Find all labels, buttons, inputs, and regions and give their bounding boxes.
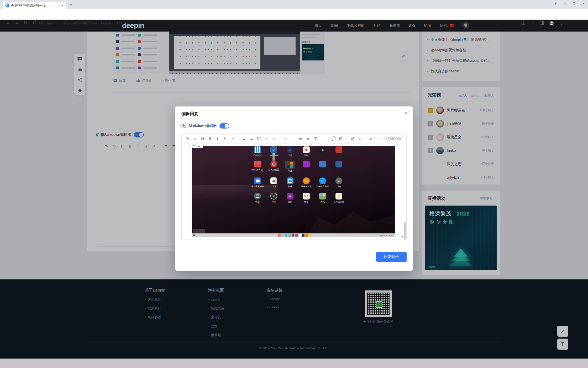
collapse-icon[interactable]: ∧ <box>193 144 195 147</box>
ordered-list-icon[interactable]: ≡ <box>249 136 254 142</box>
tab-close-icon[interactable]: × <box>61 3 64 7</box>
back-icon[interactable]: ← <box>6 21 10 25</box>
launcher-app: 俄罗斯方块 <box>249 161 266 177</box>
edit-reply-modal: 编辑回复 × 使用Markdown编辑器 ✎ ☺ H B I S ∞ ≡ ≡ ☑… <box>175 106 413 271</box>
editor-toolbar: ✎ ☺ H B I S ∞ ≡ ≡ ☑ ≪ ≫ ▷ — </> <> ⊤ ⊥ <box>182 134 406 144</box>
reload-icon[interactable]: ↻ <box>24 21 27 25</box>
launcher-app <box>314 146 331 161</box>
toolbar-separator <box>366 137 366 141</box>
embedded-screenshot: 产品演示 待办事项 导览 地图 俄罗斯方块 防火墙配置 工具 启动应用程序 日 <box>192 146 395 237</box>
upload-icon[interactable]: ↑ <box>332 136 336 141</box>
modal-title: 编辑回复 <box>181 111 198 117</box>
launcher-app <box>331 161 347 177</box>
edit-mode-icon[interactable]: ✎ <box>185 136 190 142</box>
browser-tab-strip: 再谈deepin桌面风格—论 × + ∨ − □ × <box>0 0 588 9</box>
indent-icon[interactable]: ≫ <box>271 136 277 142</box>
tab-title: 再谈deepin桌面风格—论 <box>11 3 60 8</box>
os-taskbar <box>0 359 588 368</box>
launcher-app <box>298 161 314 177</box>
tab-search-icon[interactable]: ∨ <box>554 1 557 5</box>
tab-favicon <box>5 3 9 7</box>
side-panel-icon[interactable] <box>540 21 544 25</box>
undo-icon[interactable]: ↺ <box>350 136 355 142</box>
browser-tab[interactable]: 再谈deepin桌面风格—论 × <box>3 2 66 9</box>
launcher-app: 启动应用程序 <box>249 177 266 193</box>
launcher-app: 防火墙配置 <box>266 161 282 177</box>
launcher-app: 视频 <box>282 193 298 209</box>
launcher-app: 文本编辑器 <box>331 193 347 209</box>
align-top-icon[interactable]: ⊤ <box>313 136 318 142</box>
emoji-icon[interactable]: ☺ <box>192 136 198 142</box>
address-bar-actions: ☆ ⋮ <box>521 21 563 25</box>
launcher-app: 时钟 <box>266 193 282 209</box>
submit-reply-button[interactable]: 回复帖子 <box>376 252 407 262</box>
profile-avatar-icon[interactable] <box>549 21 554 25</box>
launcher-app: 软件更新器 <box>298 177 314 193</box>
launcher-app: 天气 <box>314 193 331 209</box>
heading-icon[interactable]: H <box>200 136 205 142</box>
launcher-app: 产品演示 <box>249 146 266 161</box>
screenshot-taskbar: 3月30日 20:42 <box>192 233 395 237</box>
quote-icon[interactable]: ▷ <box>283 136 288 142</box>
table-icon[interactable]: ⊞ <box>338 136 343 142</box>
minimize-icon[interactable]: − <box>564 1 566 5</box>
toolbar-separator <box>280 137 280 141</box>
launcher-app: 数独 <box>298 193 314 209</box>
align-bottom-icon[interactable]: ⊥ <box>320 136 326 142</box>
launcher-app: 设置 <box>249 193 266 209</box>
close-window-icon[interactable]: × <box>582 1 584 5</box>
delete-image-icon[interactable] <box>198 144 200 147</box>
italic-icon[interactable]: I <box>215 136 220 142</box>
launcher-app: 地图 <box>298 146 314 161</box>
bookmark-star-icon[interactable]: ☆ <box>531 21 534 25</box>
launcher-app-folder: 工具 <box>282 161 298 177</box>
markdown-editor[interactable]: ✎ ☺ H B I S ∞ ≡ ≡ ☑ ≪ ≫ ▷ — </> <> ⊤ ⊥ <box>181 134 407 239</box>
url-field[interactable]: bbs.deepin.org/zh/post/254391?offset=1&p… <box>39 21 130 25</box>
launcher-app-grid: 产品演示 待办事项 导览 地图 俄罗斯方块 防火墙配置 工具 启动应用程序 日 <box>249 146 349 209</box>
markdown-toggle[interactable] <box>219 123 229 129</box>
hr-icon[interactable]: — <box>290 136 296 142</box>
markdown-toggle-label: 使用Markdown编辑器 <box>181 124 217 128</box>
modal-close-icon[interactable]: × <box>405 110 408 116</box>
toolbar-separator <box>328 137 329 141</box>
outdent-icon[interactable]: ≪ <box>264 136 269 142</box>
screen: 再谈deepin桌面风格—论 × + ∨ − □ × ← → ↻ bbs.dee… <box>0 0 588 368</box>
browser-menu-icon[interactable]: ⋮ <box>559 21 563 25</box>
code-block-icon[interactable]: </> <box>298 136 303 142</box>
fullscreen-icon[interactable]: ↕ <box>367 135 375 143</box>
launcher-app <box>331 146 347 161</box>
editor-content[interactable]: ∧ 产品演示 待办事项 导览 地图 俄罗斯方块 防火墙配置 <box>182 144 406 239</box>
launcher-app <box>314 161 331 177</box>
launcher-app: 日历 <box>266 177 282 193</box>
char-counter: 497/50000 <box>384 136 403 141</box>
image-popover: ∧ <box>190 144 203 148</box>
toolbar-separator <box>346 137 347 141</box>
share-icon[interactable] <box>521 21 525 25</box>
strikethrough-icon[interactable]: S <box>222 136 228 142</box>
editor-scrollbar[interactable] <box>404 222 406 239</box>
more-tools-icon[interactable]: ⋯ <box>376 136 382 142</box>
inline-code-icon[interactable]: <> <box>305 136 311 142</box>
launcher-app: 日志 <box>331 177 347 193</box>
launcher-app: 软件包安装器 <box>314 177 331 193</box>
editor-expand-icon[interactable]: ∨ <box>401 235 403 239</box>
bullet-list-icon[interactable]: ≡ <box>241 136 247 142</box>
maximize-icon[interactable]: □ <box>573 1 575 5</box>
redo-icon[interactable]: ↻ <box>357 136 363 142</box>
launcher-app: 软件 <box>282 177 298 193</box>
launcher-app: 导览 <box>282 146 298 161</box>
forward-icon[interactable]: → <box>15 21 19 25</box>
browser-address-bar: ← → ↻ bbs.deepin.org/zh/post/254391?offs… <box>0 9 588 20</box>
new-tab-button[interactable]: + <box>70 2 72 7</box>
toolbar-separator <box>238 137 238 141</box>
screenshot-tooltip <box>193 229 205 233</box>
bold-icon[interactable]: B <box>207 136 213 142</box>
window-controls: ∨ − □ × <box>554 1 584 5</box>
task-list-icon[interactable]: ☑ <box>256 136 262 142</box>
lock-icon[interactable] <box>33 22 36 24</box>
launcher-app: 待办事项 <box>266 146 282 161</box>
link-icon[interactable]: ∞ <box>228 135 237 143</box>
